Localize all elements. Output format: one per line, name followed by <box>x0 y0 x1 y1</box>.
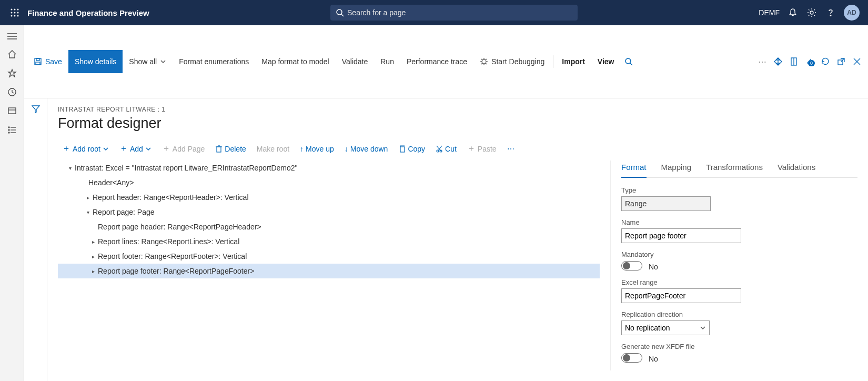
replication-select[interactable]: No replication <box>621 320 710 335</box>
mandatory-value: No <box>649 263 658 271</box>
svg-point-7 <box>14 15 16 17</box>
svg-point-2 <box>17 9 19 11</box>
more-actions-icon[interactable]: ⋯ <box>503 143 519 155</box>
svg-point-9 <box>337 9 342 15</box>
tree-row[interactable]: ▾Intrastat: Excel = "Intrastat report Li… <box>58 161 600 175</box>
name-label: Name <box>621 218 857 226</box>
make-root-button: Make root <box>253 143 294 155</box>
search-input[interactable] <box>347 8 572 17</box>
svg-point-29 <box>625 58 631 64</box>
left-nav <box>0 25 24 381</box>
save-label: Save <box>45 57 62 66</box>
popout-icon[interactable] <box>833 57 849 66</box>
expand-icon[interactable]: ▸ <box>83 195 93 200</box>
move-up-button[interactable]: ↑Move up <box>296 143 338 155</box>
chevron-down-icon <box>700 325 706 331</box>
validate-button[interactable]: Validate <box>336 50 375 73</box>
delete-button[interactable]: Delete <box>211 143 250 155</box>
svg-point-23 <box>8 132 9 133</box>
trash-icon <box>215 145 223 153</box>
tree-row[interactable]: ▸Report page footer: Range<ReportPageFoo… <box>58 264 600 278</box>
global-search[interactable] <box>330 5 578 21</box>
type-value: Range <box>621 196 711 211</box>
tab-transformations[interactable]: Transformations <box>706 161 763 177</box>
funnel-icon[interactable] <box>32 105 40 381</box>
import-button[interactable]: Import <box>556 50 591 73</box>
tree-row[interactable]: Report page header: Range<ReportPageHead… <box>58 219 600 234</box>
company-code[interactable]: DEMF <box>759 8 780 17</box>
cmdbar-search-icon[interactable] <box>621 57 637 66</box>
mandatory-label: Mandatory <box>621 250 857 258</box>
help-icon[interactable] <box>825 8 836 17</box>
home-icon[interactable] <box>7 49 17 59</box>
name-input[interactable]: Report page footer <box>621 228 741 243</box>
chevron-down-icon <box>145 146 152 152</box>
excel-range-input[interactable]: ReportPageFooter <box>621 288 741 303</box>
svg-line-30 <box>630 63 632 65</box>
svg-point-3 <box>11 12 13 14</box>
move-down-button[interactable]: ↓Move down <box>340 143 392 155</box>
expand-icon[interactable]: ▸ <box>88 268 98 274</box>
expand-icon[interactable]: ▸ <box>88 239 98 245</box>
show-all-button[interactable]: Show all <box>123 50 173 73</box>
list-icon[interactable] <box>7 125 17 135</box>
chevron-down-icon <box>103 146 109 152</box>
hamburger-icon[interactable] <box>7 33 17 40</box>
svg-rect-36 <box>217 147 221 152</box>
xfdf-toggle[interactable] <box>621 353 642 363</box>
replication-label: Replication direction <box>621 310 857 318</box>
tab-format[interactable]: Format <box>621 161 647 178</box>
run-button[interactable]: Run <box>374 50 400 73</box>
show-details-button[interactable]: Show details <box>68 50 123 73</box>
expand-icon[interactable]: ▾ <box>83 209 93 215</box>
expand-icon[interactable]: ▸ <box>88 254 98 259</box>
diamond-icon[interactable] <box>770 57 786 66</box>
svg-point-12 <box>830 15 831 16</box>
tree-label: Header<Any> <box>88 178 134 187</box>
paste-button: ＋Paste <box>463 141 501 156</box>
cut-button[interactable]: Cut <box>431 143 461 155</box>
copy-icon <box>398 145 406 153</box>
clock-icon[interactable] <box>7 87 17 97</box>
start-debugging-button[interactable]: Start Debugging <box>473 50 551 73</box>
format-tree[interactable]: ▾Intrastat: Excel = "Intrastat report Li… <box>58 161 600 370</box>
attachments-icon[interactable] <box>802 57 817 66</box>
xfdf-value: No <box>649 355 658 363</box>
bell-icon[interactable] <box>787 8 799 17</box>
workspace-icon[interactable] <box>7 106 17 116</box>
add-root-button[interactable]: ＋Add root <box>58 141 113 156</box>
app-launcher-icon[interactable] <box>4 8 25 17</box>
expand-icon[interactable]: ▾ <box>65 165 75 171</box>
tree-row[interactable]: ▾Report page: Page <box>58 205 600 219</box>
debug-icon <box>480 57 488 66</box>
copy-button[interactable]: Copy <box>394 143 429 155</box>
performance-trace-button[interactable]: Performance trace <box>400 50 473 73</box>
cut-icon <box>436 145 443 153</box>
map-format-button[interactable]: Map format to model <box>255 50 335 73</box>
tab-validations[interactable]: Validations <box>778 161 815 177</box>
tree-row[interactable]: ▸Report header: Range<ReportHeader>: Ver… <box>58 190 600 205</box>
save-button[interactable]: Save <box>27 50 68 73</box>
svg-line-10 <box>341 14 344 16</box>
tree-label: Report page header: Range<ReportPageHead… <box>98 223 261 231</box>
doc-icon[interactable] <box>786 57 802 66</box>
mandatory-toggle[interactable] <box>621 261 642 270</box>
tree-row[interactable]: ▸Report lines: Range<ReportLines>: Verti… <box>58 234 600 249</box>
app-header: Finance and Operations Preview DEMF AD <box>0 0 868 25</box>
view-button[interactable]: View <box>591 50 621 73</box>
gear-icon[interactable] <box>806 8 817 17</box>
tab-mapping[interactable]: Mapping <box>661 161 692 177</box>
avatar[interactable]: AD <box>844 5 860 21</box>
more-dots-icon[interactable]: ⋯ <box>754 57 770 67</box>
app-title: Finance and Operations Preview <box>27 8 149 17</box>
tree-row[interactable]: Header<Any> <box>58 175 600 190</box>
svg-rect-39 <box>400 147 405 152</box>
tree-row[interactable]: ▸Report footer: Range<ReportFooter>: Ver… <box>58 249 600 264</box>
svg-point-1 <box>14 9 16 11</box>
close-icon[interactable] <box>849 58 865 65</box>
svg-point-21 <box>8 129 9 131</box>
star-icon[interactable] <box>7 68 17 78</box>
add-button[interactable]: ＋Add <box>115 141 156 156</box>
refresh-icon[interactable] <box>817 57 833 66</box>
format-enumerations-button[interactable]: Format enumerations <box>173 50 255 73</box>
